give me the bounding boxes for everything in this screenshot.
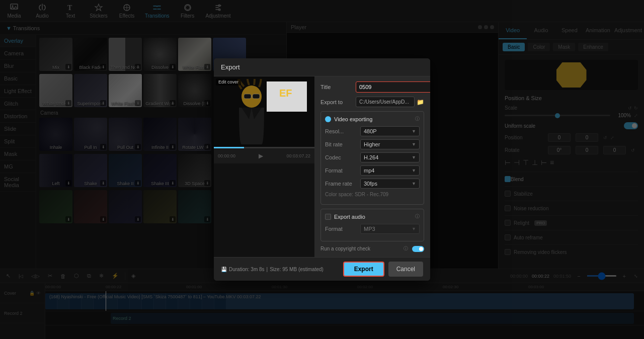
- audio-section-checkbox[interactable]: [325, 214, 331, 220]
- dialog-body: EF: [214, 76, 430, 257]
- audio-section-header: Export audio ⓘ: [325, 213, 420, 220]
- preview-controls: 00:00:00 ▶ 00:03:07.22: [214, 148, 314, 163]
- audio-section-title: Export audio: [334, 214, 365, 220]
- preview-progress-bar: [214, 147, 314, 148]
- format-arrow: ▼: [412, 168, 416, 173]
- preview-time-start: 00:00:00: [218, 153, 235, 158]
- format-select[interactable]: mp4 ▼: [360, 165, 420, 176]
- export-dialog: Export EF: [214, 58, 430, 281]
- progress-fill: [214, 147, 244, 148]
- export-to-label: Export to: [320, 99, 356, 105]
- export-overlay: Export EF: [0, 0, 644, 339]
- audio-format-arrow: ▼: [412, 226, 416, 231]
- codec-arrow: ▼: [412, 155, 416, 160]
- video-section-title: Video exporting: [334, 116, 372, 122]
- audio-format-label: Format: [325, 226, 360, 232]
- audio-info-icon[interactable]: ⓘ: [415, 213, 420, 220]
- export-path: C:/Users/User/AppD...: [356, 97, 415, 107]
- codec-row: Codec H.264 ▼: [325, 152, 420, 162]
- export-button[interactable]: Export: [343, 262, 384, 277]
- copyright-row: Run a copyright check ⓘ: [320, 245, 424, 252]
- dialog-form: Title Export to C:/Users/User/AppD... 📁 …: [314, 76, 430, 257]
- footer-info: 💾 Duration: 3m 8s | Size: 95 MB (estimat…: [221, 267, 324, 272]
- preview-time-end: 00:03:07.22: [286, 153, 310, 158]
- audio-export-section: Export audio ⓘ Format MP3 ▼: [320, 209, 424, 241]
- disk-icon: 💾: [221, 267, 227, 272]
- dialog-header: Export: [214, 58, 430, 76]
- video-section-header: Video exporting ⓘ: [325, 116, 420, 122]
- copyright-label: Run a copyright check: [320, 246, 403, 251]
- resol-label: Resol...: [325, 128, 360, 134]
- folder-button[interactable]: 📁: [417, 99, 424, 106]
- svg-rect-13: [244, 94, 251, 99]
- codec-label: Codec: [325, 154, 360, 160]
- audio-format-select[interactable]: MP3 ▼: [360, 224, 420, 234]
- copyright-toggle[interactable]: [412, 246, 424, 252]
- dialog-footer: 💾 Duration: 3m 8s | Size: 95 MB (estimat…: [214, 257, 430, 281]
- play-button[interactable]: ▶: [259, 152, 263, 159]
- format-row: Format mp4 ▼: [325, 165, 420, 176]
- cancel-button[interactable]: Cancel: [388, 262, 423, 277]
- svg-text:EF: EF: [279, 88, 292, 99]
- resolution-row: Resol... 480P ▼: [325, 126, 420, 136]
- svg-rect-14: [253, 94, 260, 99]
- video-section-checkbox[interactable]: [325, 116, 331, 122]
- framerate-row: Frame rate 30fps ▼: [325, 179, 420, 189]
- size-text: Size: 95 MB (estimated): [270, 267, 324, 272]
- bitrate-row: Bit rate Higher ▼: [325, 139, 420, 149]
- framerate-label: Frame rate: [325, 181, 360, 187]
- framerate-arrow: ▼: [412, 181, 416, 186]
- format-label: Format: [325, 167, 360, 174]
- copyright-info-icon[interactable]: ⓘ: [404, 245, 408, 252]
- bitrate-select[interactable]: Higher ▼: [360, 139, 420, 149]
- edit-cover-button[interactable]: Edit cover: [216, 78, 241, 86]
- export-to-row: Export to C:/Users/User/AppD... 📁: [320, 97, 424, 107]
- title-label: Title: [320, 84, 356, 90]
- dialog-preview: EF: [214, 76, 314, 257]
- res-arrow: ▼: [412, 129, 416, 134]
- audio-format-row: Format MP3 ▼: [325, 224, 420, 234]
- color-space-text: Color space: SDR - Rec.709: [325, 192, 420, 197]
- preview-person-svg: EF: [219, 79, 309, 144]
- preview-image-area: EF: [214, 76, 314, 147]
- framerate-select[interactable]: 30fps ▼: [360, 179, 420, 189]
- duration-text: Duration: 3m 8s: [229, 267, 265, 272]
- bitrate-label: Bit rate: [325, 141, 360, 147]
- bitrate-arrow: ▼: [412, 142, 416, 147]
- title-input[interactable]: [356, 81, 430, 93]
- video-info-icon[interactable]: ⓘ: [415, 116, 420, 122]
- video-export-section: Video exporting ⓘ Resol... 480P ▼ Bit ra…: [320, 111, 424, 205]
- title-row: Title: [320, 81, 424, 93]
- codec-select[interactable]: H.264 ▼: [360, 152, 420, 162]
- resolution-select[interactable]: 480P ▼: [360, 126, 420, 136]
- footer-buttons: Export Cancel: [343, 262, 423, 277]
